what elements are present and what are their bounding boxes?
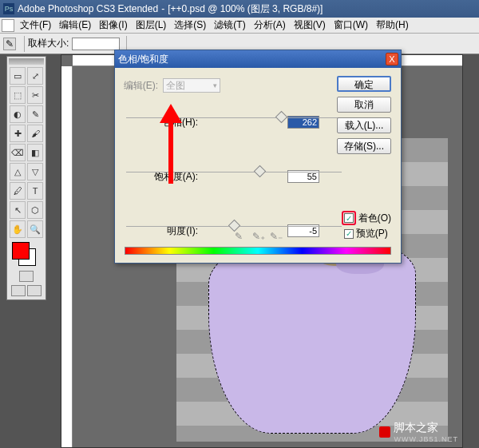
watermark: 脚本之家 WWW.JB51.NET xyxy=(379,421,458,443)
tool-brush[interactable]: ✎ xyxy=(27,105,43,123)
dialog-titlebar[interactable]: 色相/饱和度 X xyxy=(115,50,401,68)
watermark-brand: 脚本之家 xyxy=(394,421,438,434)
menu-filter[interactable]: 滤镜(T) xyxy=(211,17,248,34)
tool-gradient[interactable]: ◧ xyxy=(27,144,43,161)
colorize-check-row: ✓ 着色(O) xyxy=(342,211,391,225)
menu-help[interactable]: 帮助(H) xyxy=(373,17,412,34)
menu-edit[interactable]: 编辑(E) xyxy=(56,17,94,34)
lig-slider[interactable] xyxy=(126,224,342,229)
selection-marquee xyxy=(208,234,416,434)
dialog-title-text: 色相/饱和度 xyxy=(118,53,168,66)
tool-pen[interactable]: 🖊 xyxy=(10,182,26,200)
doc-title: [++0.psd @ 100% (图层 3, RGB/8#)] xyxy=(168,2,323,16)
menu-analysis[interactable]: 分析(A) xyxy=(251,17,289,34)
tool-erase[interactable]: ⌫ xyxy=(10,144,26,161)
tool-marquee[interactable]: ▭ xyxy=(10,67,26,85)
sample-size-label: 取样大小: xyxy=(28,37,69,50)
menubar: 文件(F) 编辑(E) 图像(I) 图层(L) 选择(S) 滤镜(T) 分析(A… xyxy=(0,18,479,34)
screenmode-std[interactable] xyxy=(11,285,26,296)
ruler-vertical[interactable] xyxy=(61,66,73,447)
app-titlebar: Ps Adobe Photoshop CS3 Extended - [++0.p… xyxy=(0,0,479,18)
screenmode-full[interactable] xyxy=(27,285,42,296)
tool-type[interactable]: T xyxy=(27,182,43,200)
menu-window[interactable]: 窗口(W) xyxy=(331,17,371,34)
toolbox-grip[interactable] xyxy=(9,58,44,65)
edit-select[interactable]: 全图 xyxy=(163,78,220,93)
hue-spectrum-bar xyxy=(125,247,391,255)
tool-zoom[interactable]: 🔍 xyxy=(27,220,43,238)
photo-shirt-selection xyxy=(208,234,416,434)
sat-slider[interactable] xyxy=(126,170,342,175)
watermark-logo-icon xyxy=(379,426,390,438)
color-swatches xyxy=(10,242,42,266)
tool-hand[interactable]: ✋ xyxy=(10,220,26,238)
tool-stamp[interactable]: 🖌 xyxy=(27,125,43,142)
menu-image[interactable]: 图像(I) xyxy=(96,17,130,34)
foreground-color-swatch[interactable] xyxy=(12,242,30,260)
tool-shape[interactable]: ⬡ xyxy=(27,201,43,219)
menu-layer[interactable]: 图层(L) xyxy=(133,17,170,34)
colorize-checkbox[interactable]: ✓ xyxy=(344,213,354,223)
menu-file[interactable]: 文件(F) xyxy=(17,17,54,34)
tool-move[interactable]: ⤢ xyxy=(27,67,43,85)
app-icon xyxy=(2,19,14,32)
menu-select[interactable]: 选择(S) xyxy=(171,17,209,34)
cancel-button[interactable]: 取消 xyxy=(337,97,391,113)
save-button[interactable]: 存储(S)... xyxy=(337,138,391,154)
watermark-url: WWW.JB51.NET xyxy=(394,435,458,443)
tool-eyedrop[interactable]: ◐ xyxy=(10,105,26,123)
colorize-label: 着色(O) xyxy=(358,212,391,225)
app-logo-icon: Ps xyxy=(3,3,14,14)
tool-path[interactable]: ↖ xyxy=(10,201,26,219)
preview-checkbox[interactable]: ✓ xyxy=(344,229,354,239)
eyedropper-icon[interactable]: ✎ xyxy=(235,231,244,240)
ok-button[interactable]: 确定 xyxy=(337,76,391,92)
toolbox: ▭⤢ ⬚✂ ◐✎ ✚🖌 ⌫◧ △▽ 🖊T ↖⬡ ✋🔍 xyxy=(6,56,46,300)
tool-heal[interactable]: ✚ xyxy=(10,125,26,142)
app-title: Adobe Photoshop CS3 Extended xyxy=(18,3,158,14)
active-tool-icon[interactable]: ✎ xyxy=(3,38,16,50)
tool-lasso[interactable]: ⬚ xyxy=(10,86,26,104)
menu-view[interactable]: 视图(V) xyxy=(291,17,329,34)
tool-dodge[interactable]: △ xyxy=(10,163,26,180)
sample-size-field[interactable] xyxy=(72,38,120,50)
eyedropper-add-icon[interactable]: ✎₊ xyxy=(252,231,262,240)
edit-label: 编辑(E): xyxy=(123,79,158,93)
hue-slider[interactable] xyxy=(126,116,342,121)
annotation-arrow xyxy=(160,104,182,184)
tool-crop[interactable]: ✂ xyxy=(27,86,43,104)
hue-saturation-dialog: 色相/饱和度 X 编辑(E): 全图 色相(H): 饱和度(A): 明度(I):… xyxy=(114,50,402,264)
quickmask-toggle[interactable] xyxy=(19,271,34,282)
eyedropper-sub-icon[interactable]: ✎₋ xyxy=(270,231,279,240)
dialog-close-button[interactable]: X xyxy=(386,53,398,65)
tool-burn[interactable]: ▽ xyxy=(27,163,43,180)
eyedropper-group: ✎ ✎₊ ✎₋ xyxy=(235,231,279,240)
load-button[interactable]: 载入(L)... xyxy=(337,117,391,133)
annotation-highlight-ring: ✓ xyxy=(342,211,356,225)
screen-modes xyxy=(9,269,44,283)
preview-label: 预览(P) xyxy=(356,227,388,240)
